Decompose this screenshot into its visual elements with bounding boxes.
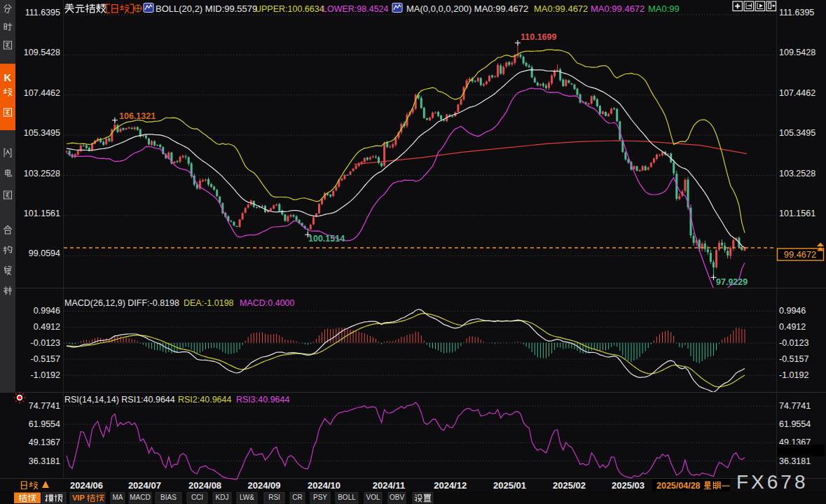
svg-text:49.1367: 49.1367 [29,438,60,447]
svg-text:MACD: MACD [130,493,150,501]
svg-text:103.2528: 103.2528 [779,169,815,178]
svg-text:CR: CR [292,493,302,501]
svg-text:DEA:-1.0198: DEA:-1.0198 [184,298,234,308]
svg-text:MA0:99: MA0:99 [648,4,680,14]
svg-text:BIAS: BIAS [160,493,177,501]
svg-text:2024/10: 2024/10 [308,480,340,491]
svg-text:2025/04/28: 2025/04/28 [656,481,701,491]
svg-text:RSI(14,14,14) RSI1:40.9644: RSI(14,14,14) RSI1:40.9644 [64,395,175,405]
svg-text:105.3495: 105.3495 [779,128,815,138]
svg-text:107.4462: 107.4462 [24,88,60,98]
svg-text:101.1561: 101.1561 [779,209,815,218]
svg-text:2024/09: 2024/09 [248,480,281,491]
svg-text:36.3181: 36.3181 [779,456,811,466]
svg-text:-0.0123: -0.0123 [31,338,60,348]
svg-text:2025/02: 2025/02 [553,480,586,491]
svg-text:0.9946: 0.9946 [34,306,60,316]
svg-text:109.5428: 109.5428 [779,48,815,57]
svg-text:105.3495: 105.3495 [24,128,60,138]
svg-text:CCI: CCI [191,493,203,501]
svg-text:2025/01: 2025/01 [493,480,526,491]
svg-text:0.4912: 0.4912 [34,322,60,332]
svg-text:2024/11: 2024/11 [373,480,405,491]
svg-text:BOLL: BOLL [338,493,356,501]
svg-text:RSI2:40.9644: RSI2:40.9644 [178,395,231,405]
svg-text:110.1699: 110.1699 [521,32,556,42]
svg-text:-1.0192: -1.0192 [31,370,60,380]
svg-text:2025/03: 2025/03 [612,480,645,491]
svg-text:LOWER:98.4524: LOWER:98.4524 [322,4,389,14]
svg-text:0.9946: 0.9946 [779,306,806,316]
svg-text:100.1514: 100.1514 [308,234,345,244]
svg-text:KDJ: KDJ [216,493,229,501]
svg-text:LW&: LW& [240,493,254,501]
svg-text:107.4462: 107.4462 [779,88,815,98]
svg-text:2024/06: 2024/06 [70,480,103,491]
svg-text:61.9554: 61.9554 [29,419,60,429]
svg-text:VIP: VIP [72,493,85,502]
svg-text:99.0594: 99.0594 [29,248,60,258]
svg-text:-0.5157: -0.5157 [779,354,808,364]
svg-text:FX678: FX678 [736,471,808,493]
svg-text:RSI: RSI [268,493,280,501]
svg-text:2024/07: 2024/07 [128,480,161,491]
svg-text:MACD:0.4000: MACD:0.4000 [240,298,295,308]
svg-text:MA: MA [113,493,123,501]
svg-text:MA0:99.4672: MA0:99.4672 [534,4,588,14]
svg-text:-0.5157: -0.5157 [31,354,60,364]
svg-text:111.6395: 111.6395 [779,8,814,18]
svg-text:VOL: VOL [366,493,380,501]
svg-text:MACD(26,12,9) DIFF:-0.8198: MACD(26,12,9) DIFF:-0.8198 [64,298,179,308]
svg-text:K: K [4,71,12,83]
svg-text:101.1561: 101.1561 [24,209,60,218]
svg-text:109.5428: 109.5428 [24,48,60,57]
svg-text:61.9554: 61.9554 [779,419,811,429]
svg-text:103.2528: 103.2528 [24,169,60,178]
svg-text:99.4672: 99.4672 [784,249,816,260]
svg-text:-0.0123: -0.0123 [779,338,808,348]
svg-text:OBV: OBV [390,493,404,501]
svg-text:-1.0192: -1.0192 [779,370,808,380]
svg-text:2024/12: 2024/12 [434,480,467,491]
svg-text:74.7741: 74.7741 [29,401,60,411]
svg-text:MA(0,0,0,0,200) MA0:99.4672: MA(0,0,0,0,200) MA0:99.4672 [406,4,528,14]
svg-text:UPPER:100.6634: UPPER:100.6634 [255,4,324,14]
svg-text:2024/08: 2024/08 [188,480,221,491]
svg-text:106.1321: 106.1321 [119,111,156,121]
svg-text:PSY: PSY [313,493,327,501]
svg-text:111.6395: 111.6395 [25,8,60,18]
svg-text:MA0:99.4672: MA0:99.4672 [591,4,645,14]
svg-text:97.9229: 97.9229 [716,277,748,287]
svg-text:RSI3:40.9644: RSI3:40.9644 [236,395,289,405]
svg-text:0.4912: 0.4912 [779,322,806,332]
svg-text:BOLL(20,2) MID:99.5579: BOLL(20,2) MID:99.5579 [156,4,257,14]
svg-text:36.3181: 36.3181 [29,456,60,466]
svg-text:74.7741: 74.7741 [779,401,811,411]
